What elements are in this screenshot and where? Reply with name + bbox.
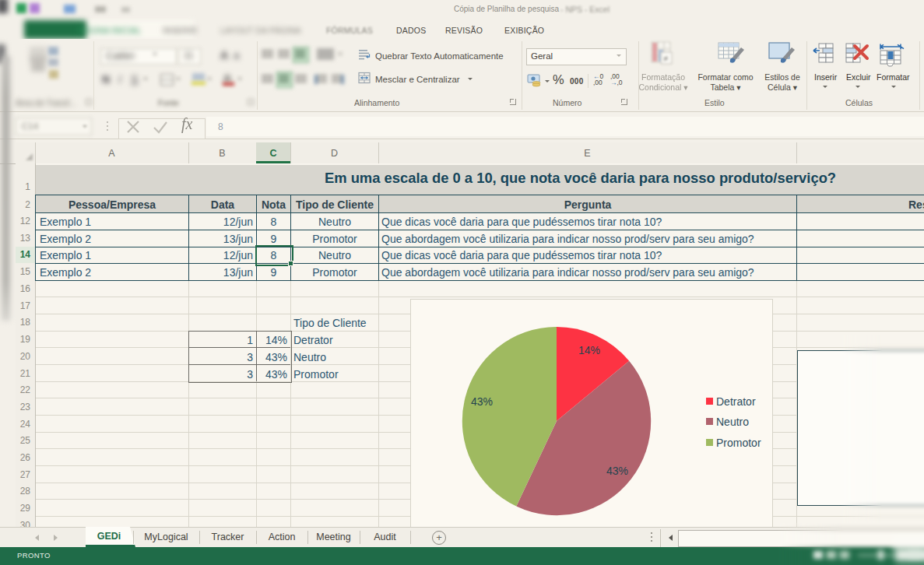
svg-text:≠: ≠	[663, 54, 668, 63]
